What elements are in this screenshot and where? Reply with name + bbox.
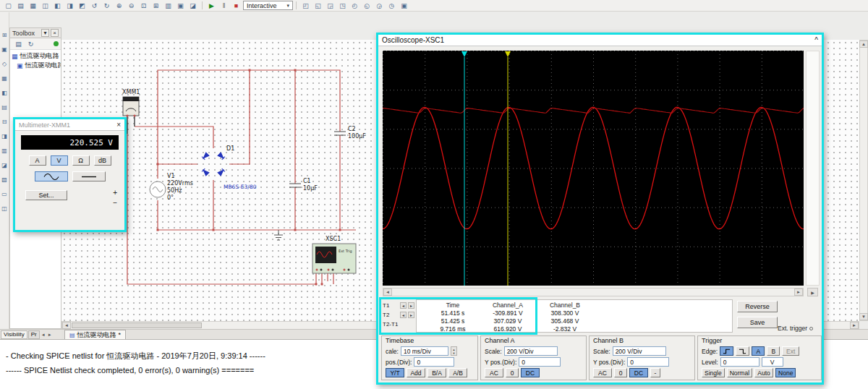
multimeter-symbol[interactable]: XMM1 [122,89,140,117]
zoom-out-icon[interactable]: ⊖ [125,1,137,10]
chb-dc-button[interactable]: DC [629,368,648,377]
xpos-input[interactable]: 0 [414,357,454,367]
capacitor-c2-symbol[interactable]: C2 100µF [334,126,366,140]
text-icon[interactable]: ◨ [1,132,9,140]
yt-button[interactable]: Y/T [386,368,404,377]
folder-icon[interactable]: ▤ [12,39,25,48]
hierarchical-block-icon[interactable]: ▤ [1,103,9,111]
add-button[interactable]: Add [407,368,425,377]
level-input[interactable]: 0 [720,357,760,367]
tab-project[interactable]: Pr [28,330,40,339]
bridge-rectifier-symbol[interactable]: D1 MB6S-E3/80 [202,145,257,190]
amps-button[interactable]: A [29,155,46,166]
undo-icon[interactable]: ↺ [88,1,101,10]
capacitor-c1-symbol[interactable]: C1 10µF [289,178,318,192]
rising-edge-button[interactable] [720,346,733,356]
scroll-right-icon[interactable]: ► [850,322,859,329]
chb-zero-button[interactable]: 0 [614,368,627,377]
tree-item-design[interactable]: ▦ 恒流驱动电路 [12,51,59,61]
tab-visibility[interactable]: Visibility [1,330,27,339]
reverse-button[interactable]: Reverse [737,301,778,312]
set-button[interactable]: Set... [25,190,67,200]
multimeter-icon[interactable]: ◰ [299,1,312,10]
timebase-scale-input[interactable]: 10 ms/Div [401,346,448,356]
ground-symbol[interactable] [274,230,283,240]
chb-scale-input[interactable]: 200 V/Div [613,346,666,356]
volts-button[interactable]: V [51,155,68,166]
chb-ypos-input[interactable]: 0 [627,357,669,367]
scope-hscrollbar[interactable]: ◄ ► [383,288,804,296]
single-button[interactable]: Single [702,368,725,377]
oscilloscope-symbol[interactable]: Ext Trig XSC1 [312,236,356,273]
chb-invert-button[interactable]: - [650,368,660,377]
paste-icon[interactable]: ◩ [76,1,88,10]
logic-analyzer-icon[interactable]: ▣ [398,1,410,10]
stop-icon[interactable]: ■ [230,1,242,10]
trigger-a-button[interactable]: A [752,346,765,356]
decibel-button[interactable]: dB [94,155,111,166]
timebase-spinner[interactable]: ▲▼ [451,346,457,356]
cha-ypos-input[interactable]: 0 [519,357,561,367]
close-icon[interactable]: × [116,121,121,129]
trigger-ext-button[interactable]: Ext [782,346,799,356]
print-preview-icon[interactable]: ◧ [51,1,64,10]
t2-right-icon[interactable]: ► [408,312,414,318]
scroll-up-icon[interactable]: ▲ [859,40,868,48]
ac-mode-button[interactable] [35,171,68,181]
tabs-scroll-left-icon[interactable]: ◄ [41,333,46,337]
t2-left-icon[interactable]: ◄ [400,312,407,318]
wattmeter-icon[interactable]: ◲ [324,1,336,10]
place-junction-icon[interactable]: ◇ [1,60,9,68]
scroll-down-icon[interactable]: ▼ [859,313,868,320]
save-button[interactable]: Save [737,317,778,328]
place-wire-icon[interactable]: ▣ [1,46,9,54]
cha-scale-input[interactable]: 200 V/Div [504,346,558,356]
component-icon[interactable]: ⊞ [1,31,9,39]
grid-icon[interactable]: ⊞ [150,1,162,10]
layers-icon[interactable]: ◫ [1,205,9,213]
scope-scroll-left-icon[interactable]: ◄ [383,288,392,296]
cha-ac-button[interactable]: AC [485,368,503,377]
collapse-icon[interactable]: ^ [814,36,818,44]
open-icon[interactable]: ▤ [14,1,27,10]
ac-source-symbol[interactable]: V1 220Vrms 50Hz 0° [150,173,193,201]
tree-item-sheet[interactable]: ▣ 恒流驱动电路 [12,61,59,70]
four-channel-scope-icon[interactable]: ◴ [349,1,361,10]
t1-left-icon[interactable]: ◄ [400,302,407,309]
zoom-in-icon[interactable]: ⊕ [113,1,125,10]
none-button[interactable]: None [775,368,796,377]
word-generator-icon[interactable]: ◷ [386,1,398,10]
normal-button[interactable]: Normal [727,368,752,377]
ohms-button[interactable]: Ω [72,155,90,166]
oscilloscope-icon[interactable]: ◳ [336,1,349,10]
t1-right-icon[interactable]: ► [408,302,414,309]
scope-screen[interactable] [383,51,804,286]
cha-zero-button[interactable]: 0 [506,368,519,377]
scope-scroll-right-icon[interactable]: ► [794,288,803,296]
level-unit-select[interactable]: V [762,357,783,367]
tab-document[interactable]: ▤ 恒流驱动电路 * [64,330,126,339]
run-icon[interactable]: ▶ [205,1,218,10]
canvas-vscrollbar[interactable]: ▲ ▼ [859,40,868,321]
chb-ac-button[interactable]: AC [593,368,612,377]
ab-button[interactable]: A/B [448,368,467,377]
probe-icon[interactable]: ▧ [1,176,9,184]
bode-plotter-icon[interactable]: ◵ [361,1,373,10]
pin-button[interactable]: ▾ [41,29,49,37]
auto-button[interactable]: Auto [754,368,773,377]
multimeter-titlebar[interactable]: Multimeter-XMM1 × [15,119,124,131]
place-bus-icon[interactable]: ▦ [1,74,9,82]
zoom-fit-icon[interactable]: ⊡ [137,1,150,10]
graphic-icon[interactable]: ▥ [1,147,9,155]
interactive-dropdown[interactable]: Interactive ▾ [243,1,293,10]
trigger-b-button[interactable]: B [767,346,780,356]
frequency-counter-icon[interactable]: ◶ [373,1,386,10]
dc-mode-button[interactable] [72,171,106,181]
pause-icon[interactable]: ‖ [218,1,230,10]
settings-icon[interactable]: ◪ [187,1,199,10]
function-generator-icon[interactable]: ◱ [312,1,324,10]
scroll-left-icon[interactable]: ◄ [62,322,71,329]
ba-button[interactable]: B/A [427,368,446,377]
hscroll-thumb[interactable] [72,322,202,328]
comment-icon[interactable]: ◪ [1,161,9,169]
